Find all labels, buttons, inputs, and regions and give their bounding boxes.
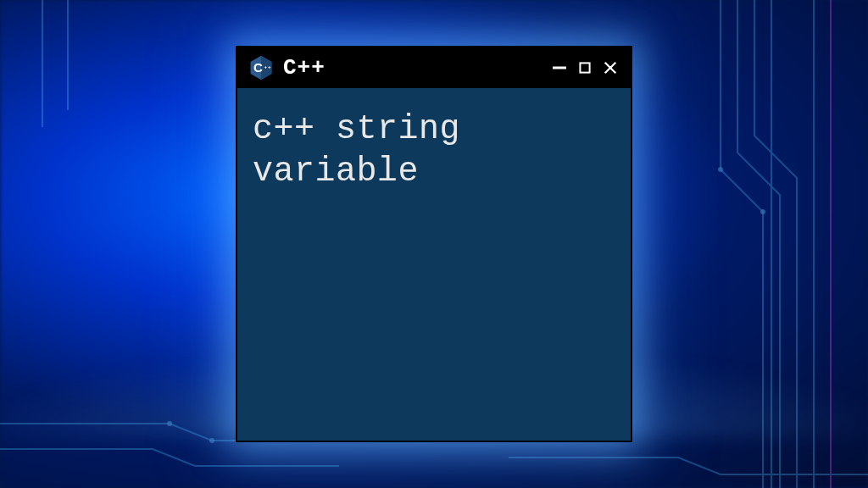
titlebar[interactable]: C + + C++ [237,47,631,88]
window-controls [549,58,620,78]
minimize-button[interactable] [549,58,570,78]
svg-point-3 [209,438,214,443]
svg-point-0 [718,167,723,172]
maximize-button[interactable] [575,58,595,78]
svg-text:C: C [253,60,263,75]
svg-text:+: + [264,64,268,69]
svg-text:+: + [268,64,271,69]
close-button[interactable] [600,58,620,78]
svg-point-1 [760,209,765,214]
svg-rect-10 [580,63,589,72]
cpp-logo-icon: C + + [248,54,275,81]
window-title: C++ [283,55,541,80]
terminal-window: C + + C++ c++ string variable [236,46,632,442]
terminal-content: c++ string variable [237,88,631,214]
